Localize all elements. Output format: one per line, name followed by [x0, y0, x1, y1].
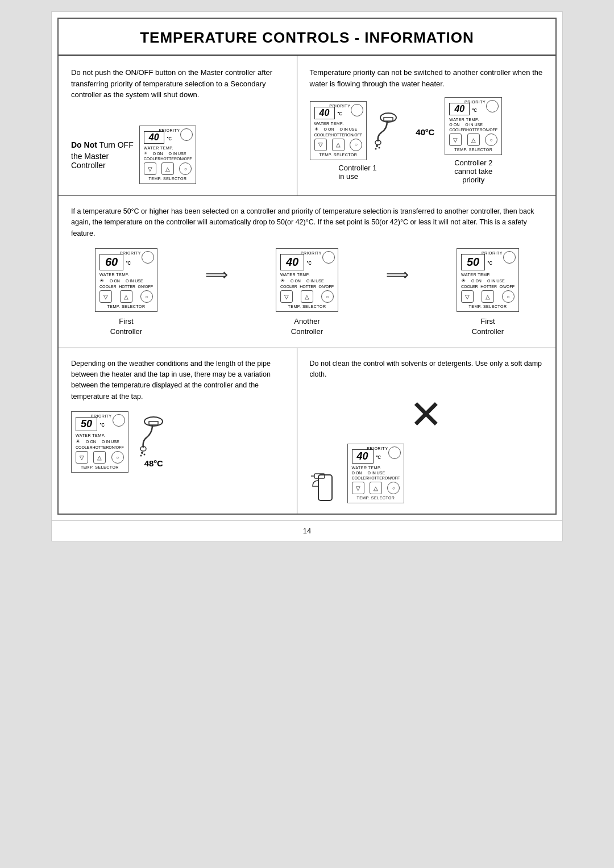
svg-point-9	[141, 452, 143, 454]
bottom-right-ctrl-box: PRIORITY 40 ℃ WATER TEMP. O ON O IN USE	[347, 444, 405, 503]
bottom-faucet-icon	[135, 416, 172, 458]
arrow-2: ⟹	[386, 265, 409, 284]
do-not-label: Do Not Turn OFF	[71, 140, 134, 149]
spray-controller-area: PRIORITY 40 ℃ WATER TEMP. O ON O IN USE	[310, 444, 405, 503]
page-number: 14	[52, 520, 562, 541]
section-2-text: If a temperature 50°C or higher has been…	[71, 206, 543, 239]
svg-rect-7	[149, 422, 158, 425]
controller1-label: Controller 1 in use	[338, 164, 376, 181]
section-1-left-text: Do not push the ON/OFF button on the Mas…	[71, 67, 284, 101]
first-controller-box: PRIORITY 60 ℃ WATER TEMP. ☀ O ON O IN US…	[95, 248, 157, 312]
x-mark-area: ✕	[310, 389, 543, 440]
master-controller-box: PRIORITY 40 ℃ WATER TEMP. ☀ O ON O IN US…	[139, 126, 197, 184]
status-row: ☀ O ON O IN USE	[144, 151, 192, 156]
section-3-left-text: Depending on the weather conditions and …	[71, 358, 284, 403]
section-3-right-text: Do not clean the control with solvents o…	[310, 358, 543, 381]
priority-label: PRIORITY	[159, 128, 180, 132]
section-1-right: Temperature priority can not be switched…	[297, 56, 555, 195]
controllers-flow-area: PRIORITY 40 ℃ WATER TEMP. ☀ O ON	[310, 97, 543, 184]
onoff-button[interactable]: ○	[179, 162, 192, 175]
controller1-box: PRIORITY 40 ℃ WATER TEMP. ☀ O ON	[310, 101, 367, 160]
controller1-area: PRIORITY 40 ℃ WATER TEMP. ☀ O ON	[310, 101, 406, 181]
svg-point-5	[375, 148, 377, 149]
temp-40-label: 40oC	[416, 127, 434, 137]
svg-point-4	[379, 147, 380, 148]
svg-point-3	[376, 145, 378, 147]
result-controller-box: PRIORITY 50 ℃ WATER TEMP. ☀ O ON O IN US…	[457, 248, 519, 312]
svg-point-11	[140, 455, 142, 457]
another-controller-label: Another Controller	[291, 316, 323, 337]
svg-rect-1	[384, 118, 393, 121]
controller2-box: PRIORITY 40 ℃ WATER TEMP. O ON O IN USE	[445, 97, 502, 155]
bottom-faucet-area: 48oC	[135, 416, 172, 468]
bottom-ctrl-box: PRIORITY 50 ℃ WATER TEMP. ☀ O ON O IN US…	[71, 411, 128, 473]
section-1-left: Do not push the ON/OFF button on the Mas…	[59, 56, 297, 195]
section-1-right-text: Temperature priority can not be switched…	[310, 67, 543, 89]
spray-bottle-icon	[310, 458, 338, 503]
faucet-icon	[371, 111, 405, 151]
arrow-1: ⟹	[205, 265, 228, 284]
water-temp-label: WATER TEMP.	[144, 146, 192, 150]
svg-point-10	[143, 454, 145, 456]
controller-label: Controller	[71, 161, 106, 170]
hotter-button[interactable]: △	[161, 162, 174, 175]
result-controller-label: First Controller	[472, 316, 504, 337]
cooler-button[interactable]: ▽	[144, 162, 156, 175]
x-mark-icon: ✕	[409, 395, 443, 435]
master-controller-area: Do Not Turn OFF the Master Controller PR…	[71, 126, 284, 184]
controller2-label: Controller 2 cannot take priority	[454, 158, 492, 184]
master-label: the Master	[71, 152, 109, 161]
temp-display-small: 40	[144, 131, 164, 144]
section-1: Do not push the ON/OFF button on the Mas…	[59, 56, 555, 196]
section-3: Depending on the weather conditions and …	[59, 348, 555, 514]
page-title: TEMPERATURE CONTROLS - INFORMATION	[59, 19, 555, 56]
first-controller-label: First Controller	[110, 316, 142, 337]
section-2: If a temperature 50°C or higher has been…	[59, 196, 555, 348]
section-3-right: Do not clean the control with solvents o…	[297, 348, 555, 514]
section-3-left: Depending on the weather conditions and …	[59, 348, 297, 514]
result-controller-area: PRIORITY 50 ℃ WATER TEMP. ☀ O ON O IN US…	[457, 248, 519, 337]
temp-selector-label: TEMP. SELECTOR	[144, 177, 192, 181]
temp-48-label: 48oC	[144, 458, 163, 468]
controller2-area: PRIORITY 40 ℃ WATER TEMP. O ON O IN USE	[445, 97, 502, 184]
three-controllers-row: PRIORITY 60 ℃ WATER TEMP. ☀ O ON O IN US…	[71, 248, 543, 337]
bottom-left-diagram: PRIORITY 50 ℃ WATER TEMP. ☀ O ON O IN US…	[71, 411, 284, 473]
another-controller-area: PRIORITY 40 ℃ WATER TEMP. ☀ O ON O IN US…	[276, 248, 338, 337]
first-controller-area: PRIORITY 60 ℃ WATER TEMP. ☀ O ON O IN US…	[95, 248, 157, 337]
another-controller-box: PRIORITY 40 ℃ WATER TEMP. ☀ O ON O IN US…	[276, 248, 338, 312]
